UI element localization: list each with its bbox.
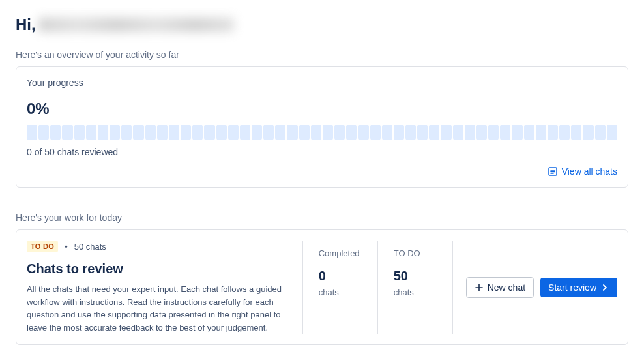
- progress-block: [583, 125, 593, 140]
- stat-todo-unit: chats: [394, 288, 437, 297]
- view-all-chats-label: View all chats: [562, 166, 617, 177]
- progress-block: [548, 125, 558, 140]
- work-section-label: Here's your work for today: [16, 213, 628, 223]
- progress-status: 0 of 50 chats reviewed: [27, 147, 617, 157]
- progress-block: [145, 125, 156, 140]
- progress-block: [98, 125, 108, 140]
- progress-block: [228, 125, 239, 140]
- chats-count: 50 chats: [74, 242, 106, 252]
- progress-block: [299, 125, 310, 140]
- chevron-right-icon: [600, 283, 609, 292]
- todo-badge: TO DO: [27, 241, 58, 252]
- progress-block: [358, 125, 368, 140]
- progress-percent: 0%: [27, 100, 617, 118]
- progress-block: [476, 125, 487, 140]
- progress-block: [524, 125, 534, 140]
- progress-block: [417, 125, 428, 140]
- progress-block: [571, 125, 581, 140]
- start-review-button[interactable]: Start review: [540, 278, 617, 297]
- greeting: Hi,: [16, 16, 628, 34]
- greeting-prefix: Hi,: [16, 16, 36, 34]
- progress-block: [536, 125, 546, 140]
- progress-block: [405, 125, 416, 140]
- progress-bar: [27, 125, 617, 140]
- progress-block: [50, 125, 61, 140]
- progress-block: [500, 125, 510, 140]
- progress-card: Your progress 0% 0 of 50 chats reviewed …: [16, 66, 628, 188]
- progress-block: [169, 125, 179, 140]
- progress-block: [370, 125, 381, 140]
- progress-block: [181, 125, 191, 140]
- work-card: TO DO • 50 chats Chats to review All the…: [16, 229, 628, 345]
- stat-todo: TO DO 50 chats: [377, 241, 452, 334]
- progress-block: [121, 125, 132, 140]
- greeting-username-redacted: [38, 18, 234, 32]
- progress-block: [86, 125, 96, 140]
- progress-block: [334, 125, 345, 140]
- stat-completed-label: Completed: [319, 248, 362, 258]
- progress-block: [429, 125, 439, 140]
- progress-block: [204, 125, 214, 140]
- work-title: Chats to review: [27, 261, 289, 276]
- progress-block: [157, 125, 168, 140]
- progress-block: [382, 125, 392, 140]
- progress-block: [441, 125, 451, 140]
- stat-completed-unit: chats: [319, 288, 362, 297]
- overview-section-label: Here's an overview of your activity so f…: [16, 50, 628, 60]
- progress-block: [287, 125, 297, 140]
- progress-block: [512, 125, 522, 140]
- progress-block: [74, 125, 85, 140]
- progress-block: [38, 125, 49, 140]
- start-review-label: Start review: [548, 282, 596, 293]
- progress-block: [465, 125, 475, 140]
- progress-block: [488, 125, 499, 140]
- progress-block: [323, 125, 333, 140]
- bullet-separator: •: [65, 242, 68, 252]
- progress-block: [110, 125, 120, 140]
- stat-todo-value: 50: [394, 269, 437, 284]
- progress-block: [346, 125, 357, 140]
- progress-block: [263, 125, 274, 140]
- view-all-chats-link[interactable]: View all chats: [548, 166, 617, 177]
- progress-block: [252, 125, 262, 140]
- stat-todo-label: TO DO: [394, 248, 437, 258]
- stat-completed-value: 0: [319, 269, 362, 284]
- progress-block: [607, 125, 617, 140]
- progress-block: [394, 125, 404, 140]
- progress-block: [311, 125, 321, 140]
- progress-block: [595, 125, 606, 140]
- progress-block: [275, 125, 285, 140]
- new-chat-label: New chat: [488, 282, 525, 293]
- progress-block: [240, 125, 250, 140]
- progress-block: [27, 125, 37, 140]
- plus-icon: [475, 283, 484, 292]
- progress-label: Your progress: [27, 78, 617, 88]
- stat-completed: Completed 0 chats: [302, 241, 377, 334]
- progress-block: [559, 125, 570, 140]
- progress-block: [216, 125, 227, 140]
- progress-block: [192, 125, 203, 140]
- progress-block: [133, 125, 143, 140]
- work-description: All the chats that need your expert inpu…: [27, 283, 289, 334]
- new-chat-button[interactable]: New chat: [466, 277, 534, 298]
- progress-block: [62, 125, 72, 140]
- progress-block: [453, 125, 463, 140]
- list-icon: [548, 166, 558, 177]
